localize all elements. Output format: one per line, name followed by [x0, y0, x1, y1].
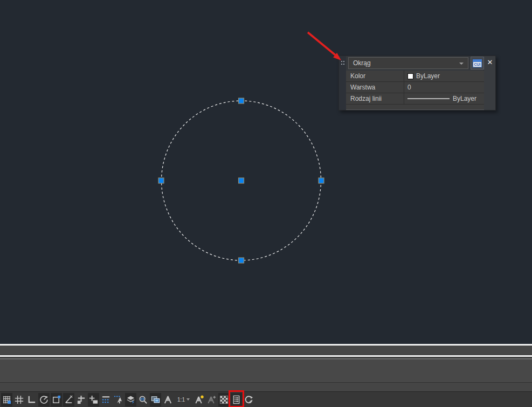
autoscale-icon	[194, 395, 204, 405]
zoom-object-button[interactable]	[137, 393, 149, 406]
isometric-icon	[51, 395, 61, 405]
layout-bar	[0, 346, 532, 355]
annotation-scale-button[interactable]: 1:1	[175, 393, 192, 406]
panel-header: Okrąg CUI	[346, 56, 484, 71]
linetype-preview-line	[407, 98, 450, 99]
cui-icon: CUI	[473, 59, 482, 67]
graphics-performance-button[interactable]	[243, 393, 254, 406]
command-area-bar	[0, 360, 532, 382]
table-row: Warstwa 0	[346, 82, 484, 93]
panel-right-strip: ✕	[483, 56, 495, 110]
object-snap-icon	[76, 395, 86, 405]
cui-button[interactable]: CUI	[471, 57, 484, 70]
drag-handle-icon	[341, 60, 344, 66]
dropdown-arrow-icon	[459, 63, 464, 65]
close-icon[interactable]: ✕	[486, 58, 494, 67]
annotation-monitor-button[interactable]	[206, 393, 217, 406]
transparency-button[interactable]	[218, 393, 230, 406]
annotation-scale-value: 1:1	[177, 393, 185, 406]
grid-icon	[14, 395, 24, 405]
annotation-monitor-icon	[206, 395, 217, 405]
grip[interactable]	[239, 178, 244, 183]
magnifier-icon	[138, 395, 148, 405]
quick-properties-button[interactable]	[231, 393, 242, 406]
selection-cursor-icon	[113, 395, 123, 405]
isometric-drafting-button[interactable]	[51, 393, 62, 406]
autoscale-button[interactable]	[194, 393, 205, 406]
grip[interactable]	[239, 98, 244, 104]
quick-properties-icon	[231, 395, 241, 405]
grips-group	[158, 98, 324, 263]
grip[interactable]	[319, 178, 324, 183]
object-snap-tracking-button[interactable]	[63, 393, 74, 406]
checkerboard-icon	[219, 395, 229, 405]
lineweight-icon	[101, 395, 111, 405]
object-type-dropdown[interactable]: Okrąg	[348, 57, 468, 69]
autocad-window: 1:1	[0, 0, 532, 407]
table-row: Rodzaj linii ByLayer	[346, 93, 484, 105]
chevron-down-icon	[186, 398, 190, 401]
lineweight-button[interactable]	[100, 393, 112, 406]
color-swatch	[407, 73, 413, 79]
grip[interactable]	[158, 178, 164, 183]
table-row: Kolor ByLayer	[346, 71, 484, 82]
color-value-field[interactable]: ByLayer	[404, 71, 484, 81]
linetype-value-field[interactable]: ByLayer	[404, 93, 484, 104]
status-bar: 1:1	[0, 391, 532, 407]
selection-cycling-button[interactable]	[113, 393, 124, 406]
snap-tracking-icon	[64, 395, 74, 405]
properties-table: Kolor ByLayer Warstwa 0 Rodzaj linii	[346, 71, 484, 110]
ortho-mode-button[interactable]	[26, 393, 37, 406]
object-type-value: Okrąg	[353, 59, 371, 67]
snap-mode-button[interactable]	[1, 393, 12, 406]
table-empty-row	[346, 105, 484, 110]
annotation-visibility-button[interactable]	[162, 393, 174, 406]
refresh-circle-icon	[244, 395, 254, 405]
grip[interactable]	[239, 258, 244, 263]
layers-icon	[126, 395, 136, 405]
grid-display-button[interactable]	[13, 393, 25, 406]
viewport-windows-button[interactable]	[150, 393, 161, 406]
object-snap-button[interactable]	[75, 393, 87, 406]
polar-tracking-button[interactable]	[38, 393, 50, 406]
snap-grid-icon	[2, 395, 12, 405]
panel-drag-gutter[interactable]	[339, 56, 346, 110]
windows-icon	[150, 395, 161, 405]
layers-stack-button[interactable]	[125, 393, 136, 406]
panel-main: Okrąg CUI Kolor ByLayer	[346, 56, 484, 110]
status-area-bar	[0, 382, 532, 391]
layer-value-field[interactable]: 0	[404, 82, 484, 93]
polar-tracking-icon	[39, 395, 49, 405]
dynamic-input-button[interactable]	[88, 393, 99, 406]
property-label: Kolor	[346, 71, 404, 81]
property-label: Rodzaj linii	[346, 93, 404, 104]
dynamic-input-icon	[88, 395, 99, 405]
property-label: Warstwa	[346, 82, 404, 93]
ortho-icon	[26, 395, 37, 405]
quick-properties-panel: ✕ Okrąg CUI Kolor ByLay	[338, 56, 496, 111]
annotation-figure-icon	[163, 395, 173, 405]
